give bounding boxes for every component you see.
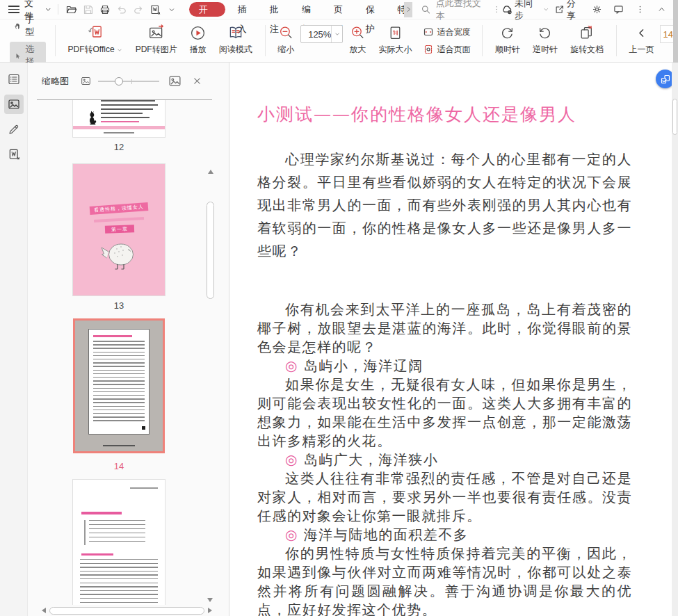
scroll-up-arrow[interactable] (208, 167, 213, 174)
export-word-button[interactable] (147, 1, 163, 18)
thumbnail-scrollbar-horizontal[interactable] (28, 606, 229, 615)
play-button[interactable]: 播放 (184, 19, 213, 62)
rotate-document-label: 旋转文档 (570, 44, 604, 56)
print-button[interactable] (97, 1, 113, 18)
tab-protect[interactable]: 保护 (358, 0, 390, 19)
sync-status-button[interactable]: 未同步 (501, 0, 550, 22)
tab-special-label: 特色 (397, 4, 404, 15)
tab-special[interactable]: 特色 (390, 0, 404, 19)
read-mode-button[interactable]: 阅读模式 (213, 19, 259, 62)
pointer-tools: 手型 选择 (7, 19, 49, 62)
search-more-icon[interactable] (492, 5, 501, 14)
scrollbar-thumb[interactable] (207, 202, 214, 299)
zoom-in-button[interactable]: 放大 (343, 19, 372, 62)
titlebar-right: 未同步 分享 (501, 0, 678, 22)
redo-button[interactable] (130, 1, 147, 18)
thumbnail-scrollbar-vertical[interactable] (207, 167, 215, 605)
zoom-level-combo[interactable]: 125% (300, 25, 343, 43)
document-body: 心理学家约尔斯基说过：每个人的心里都有一定的人格分裂。平日里有些看似娇弱的女人在… (257, 148, 632, 616)
page-thumbnail-14-selected[interactable] (73, 318, 165, 453)
page-number-label: 12 (73, 142, 165, 152)
thumb-14-title-bar (93, 335, 132, 337)
thumb-15-header-line (130, 487, 158, 489)
zoom-out-label: 缩小 (277, 44, 294, 56)
previous-page-button[interactable]: 上一页 (622, 19, 660, 62)
page-thumbnail-13[interactable]: 看透性格，读懂女人 第一章 (73, 164, 165, 295)
pdf-to-office-button[interactable]: PDF转Office (62, 19, 129, 62)
sidebar-item-annotations[interactable] (4, 120, 24, 139)
pdf-to-image-label: PDF转图片 (136, 44, 177, 56)
bullet-icon: ◎ (285, 451, 304, 468)
pufferfish-illustration (99, 241, 138, 278)
zoom-out-button[interactable]: 缩小 (271, 19, 300, 62)
tab-page[interactable]: 页面 (326, 0, 358, 19)
sync-status-label: 未同步 (515, 0, 540, 22)
thumb-15-quote-block (84, 520, 145, 545)
more-options-button[interactable] (631, 1, 648, 18)
document-page: 小测试——你的性格像女人还是像男人 心理学家约尔斯基说过：每个人的心里都有一定的… (229, 63, 678, 616)
zoom-in-label: 放大 (349, 44, 366, 56)
collapse-ribbon-button[interactable] (653, 1, 670, 18)
feedback-button[interactable] (610, 1, 627, 18)
undo-button[interactable] (113, 1, 130, 18)
read-mode-icon (227, 24, 244, 41)
slider-tick (131, 79, 132, 84)
convert-icon (660, 74, 671, 85)
quiz-option: ◎ 岛屿广大，海洋狭小 (257, 451, 632, 469)
rotate-document-button[interactable]: 旋转文档 (564, 19, 610, 62)
settings-button[interactable] (589, 1, 606, 18)
tab-home[interactable]: 开始 (189, 2, 225, 17)
hand-icon (14, 21, 21, 31)
tab-annotate[interactable]: 批注 (262, 0, 294, 19)
thumbnail-size-slider[interactable] (98, 76, 159, 86)
play-label: 播放 (190, 44, 207, 56)
sidebar-item-thumbnails[interactable] (4, 95, 24, 114)
thumbnail-panel: 缩略图 (28, 63, 229, 616)
chevron-up-icon (657, 5, 666, 14)
fit-page-button[interactable]: 适合页面 (423, 44, 470, 56)
chevron-left-icon (636, 27, 647, 39)
rotate-counterclockwise-button[interactable]: 逆时针 (526, 19, 564, 62)
close-icon[interactable] (193, 76, 202, 86)
thumbnail-panel-title: 缩略图 (42, 75, 69, 88)
sidebar-item-export[interactable] (4, 145, 24, 164)
document-scrollbar-thumb[interactable] (672, 99, 677, 135)
tab-scroll-button[interactable] (404, 2, 412, 17)
chapter-cover-title: 看透性格，读懂女人 (90, 202, 149, 215)
divider (55, 25, 56, 56)
scroll-right-arrow[interactable] (208, 608, 215, 613)
actual-size-button[interactable]: 实际大小 (372, 19, 418, 62)
scrollbar-thumb-horizontal[interactable] (49, 607, 204, 615)
undo-icon (116, 4, 127, 15)
quickbar-dropdown-button[interactable] (163, 1, 180, 18)
main-area: 缩略图 (0, 63, 678, 616)
search-box[interactable]: 点此查找文本 (421, 0, 501, 22)
save-button[interactable] (80, 1, 97, 18)
fit-width-button[interactable]: 适合宽度 (423, 26, 470, 38)
thumbnail-small-icon[interactable] (81, 76, 91, 86)
zoom-dropdown-button[interactable] (331, 26, 342, 42)
page-number-label: 13 (73, 300, 165, 311)
sidebar-item-outline[interactable] (4, 70, 24, 89)
share-button[interactable]: 分享 (554, 0, 583, 22)
rotate-clockwise-button[interactable]: 顺时针 (489, 19, 526, 62)
thumb-14-page (88, 329, 150, 435)
pdf-to-image-button[interactable]: PDF转图片 (129, 19, 184, 62)
page-thumbnail-15[interactable] (73, 480, 165, 605)
hand-tool-button[interactable]: 手型 (10, 12, 46, 40)
scroll-down-arrow[interactable] (207, 598, 213, 605)
tab-edit[interactable]: 编辑 (294, 0, 326, 19)
divider (482, 25, 483, 56)
tab-insert[interactable]: 插入 (230, 0, 262, 19)
pdf-to-office-label: PDF转Office (68, 44, 115, 56)
pdf-reader-window: 文件 开始 插入 批注 编辑 页面 保护 特色 点此查找文本 未同步 (0, 0, 678, 616)
slider-handle[interactable] (115, 77, 123, 86)
thumbnail-large-icon[interactable] (168, 74, 181, 88)
gear-icon (592, 4, 602, 15)
document-scrollbar[interactable] (672, 63, 678, 616)
open-file-button[interactable] (63, 1, 79, 18)
scroll-left-arrow[interactable] (39, 608, 46, 613)
share-label: 分享 (567, 0, 584, 22)
page-thumbnail-12[interactable] (73, 100, 165, 137)
ribbon-toolbar: 手型 选择 PDF转Office PDF转图片 播放 阅读模式 缩小 (0, 19, 678, 63)
